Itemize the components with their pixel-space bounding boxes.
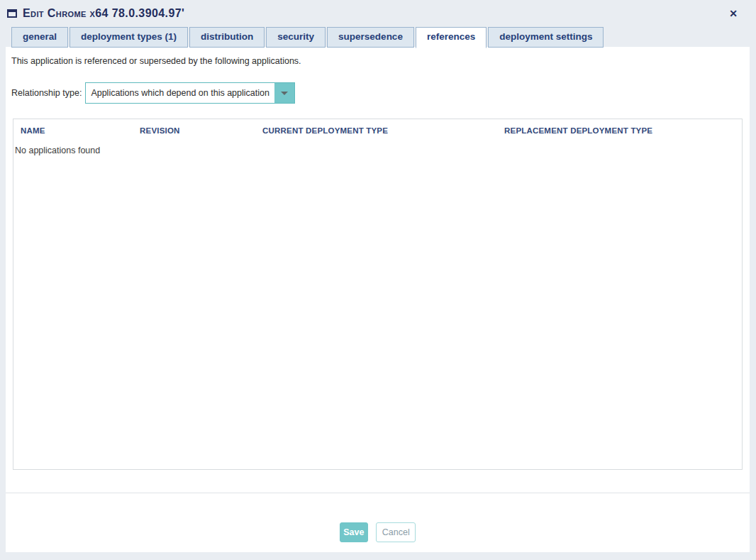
tab-deployment-types-1[interactable]: deployment types (1)	[70, 27, 188, 48]
tab-bar: generaldeployment types (1)distributions…	[0, 27, 756, 48]
dialog-titlebar: Edit Chrome x64 78.0.3904.97' ✕	[0, 0, 756, 27]
close-icon[interactable]: ✕	[729, 9, 738, 18]
dialog-title: Edit Chrome x64 78.0.3904.97'	[23, 7, 729, 20]
column-header-revision: REVISION	[140, 126, 262, 135]
window-icon	[7, 9, 17, 18]
footer-actions: Save Cancel	[6, 522, 750, 542]
cancel-button[interactable]: Cancel	[376, 522, 416, 542]
description-text: This application is referenced or supers…	[6, 47, 750, 66]
tab-references[interactable]: references	[416, 27, 487, 48]
empty-table-message: No applications found	[13, 141, 742, 155]
relationship-type-label: Relationship type:	[11, 88, 82, 98]
dropdown-button[interactable]	[274, 83, 294, 103]
save-button[interactable]: Save	[340, 522, 368, 542]
chevron-down-icon	[281, 92, 288, 95]
table-header-row: NAMEREVISIONCURRENT DEPLOYMENT TYPEREPLA…	[13, 119, 742, 141]
relationship-type-select[interactable]: Applications which depend on this applic…	[85, 82, 295, 104]
column-header-name: NAME	[13, 126, 140, 135]
relationship-type-row: Relationship type: Applications which de…	[11, 82, 750, 104]
tab-security[interactable]: security	[266, 27, 326, 48]
tab-general[interactable]: general	[11, 27, 68, 48]
references-panel: This application is referenced or supers…	[6, 47, 750, 552]
tab-supersedence[interactable]: supersedence	[327, 27, 414, 48]
column-header-current-deployment-type: CURRENT DEPLOYMENT TYPE	[262, 126, 504, 135]
references-table: NAMEREVISIONCURRENT DEPLOYMENT TYPEREPLA…	[13, 119, 743, 470]
edit-application-dialog: Edit Chrome x64 78.0.3904.97' ✕ generald…	[0, 0, 756, 48]
tab-distribution[interactable]: distribution	[189, 27, 265, 48]
footer-divider	[6, 493, 750, 493]
relationship-type-value: Applications which depend on this applic…	[86, 83, 274, 103]
column-header-replacement-deployment-type: REPLACEMENT DEPLOYMENT TYPE	[504, 126, 742, 135]
tab-deployment-settings[interactable]: deployment settings	[488, 27, 604, 48]
